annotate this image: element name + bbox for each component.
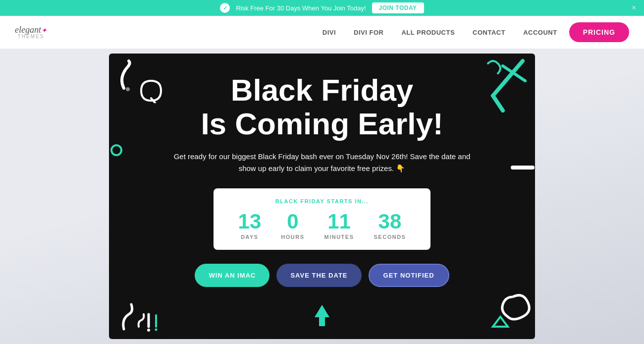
svg-line-2 [493, 96, 503, 111]
nav-links: DIVI DIVI FOR ALL PRODUCTS CONTACT ACCOU… [322, 29, 557, 36]
hours-label: HOURS [281, 234, 304, 240]
countdown-numbers: 13 DAYS 0 HOURS 11 MINUTES 38 SECONDS [238, 211, 406, 240]
join-today-button[interactable]: JOIN TODAY [372, 2, 424, 13]
countdown-hours: 0 HOURS [281, 211, 304, 240]
scroll-arrow [312, 302, 332, 329]
minutes-value: 11 [327, 211, 351, 232]
countdown-days: 13 DAYS [238, 211, 262, 240]
days-label: DAYS [241, 234, 259, 240]
nav-contact[interactable]: CONTACT [473, 29, 505, 36]
svg-marker-8 [493, 317, 508, 327]
countdown-minutes: 11 MINUTES [324, 211, 354, 240]
nav-divi-for[interactable]: DIVI FOR [354, 29, 383, 36]
shield-icon: ✓ [220, 3, 230, 13]
navbar: elegant✦ themes DIVI DIVI FOR ALL PRODUC… [0, 16, 644, 49]
svg-point-0 [126, 87, 130, 91]
svg-line-3 [503, 66, 525, 81]
banner-text: Risk Free For 30 Days When You Join Toda… [236, 4, 366, 12]
win-imac-button[interactable]: WIN AN IMAC [195, 264, 269, 287]
countdown-seconds: 38 SECONDS [374, 211, 406, 240]
logo-elegant: elegant✦ [15, 25, 47, 34]
seconds-label: SECONDS [374, 234, 406, 240]
cta-buttons: WIN AN IMAC SAVE THE DATE GET NOTIFIED [195, 264, 449, 287]
deco-cyan-topright [453, 56, 533, 115]
svg-point-10 [111, 145, 121, 155]
hours-value: 0 [287, 211, 298, 232]
countdown-box: BLACK FRIDAY STARTS IN... 13 DAYS 0 HOUR… [214, 188, 431, 250]
deco-leftmid [109, 143, 124, 172]
main-area: Black Friday Is Coming Early! Get ready … [0, 49, 644, 344]
pricing-button[interactable]: PRICING [569, 22, 629, 42]
get-notified-button[interactable]: GET NOTIFIED [369, 264, 449, 287]
logo-star: ✦ [41, 27, 47, 34]
days-value: 13 [238, 211, 262, 232]
deco-q-topleft [139, 78, 163, 103]
hero-title: Black Friday Is Coming Early! [201, 73, 443, 141]
deco-brush-topleft [114, 58, 154, 98]
deco-bottomright [473, 287, 533, 337]
svg-point-7 [155, 329, 158, 331]
logo-themes: themes [18, 34, 45, 39]
nav-all-products[interactable]: ALL PRODUCTS [401, 29, 455, 36]
nav-account[interactable]: ACCOUNT [523, 29, 557, 36]
deco-rightmid [510, 153, 535, 182]
seconds-value: 38 [378, 211, 402, 232]
deco-bottomleft [119, 294, 168, 334]
nav-divi[interactable]: DIVI [322, 29, 336, 36]
minutes-label: MINUTES [324, 234, 354, 240]
logo[interactable]: elegant✦ themes [15, 25, 47, 39]
svg-line-1 [493, 61, 523, 96]
top-banner: ✓ Risk Free For 30 Days When You Join To… [0, 0, 644, 16]
svg-point-5 [147, 329, 150, 332]
hero-section: Black Friday Is Coming Early! Get ready … [109, 54, 535, 339]
svg-marker-11 [315, 305, 329, 326]
countdown-label: BLACK FRIDAY STARTS IN... [275, 198, 369, 204]
save-date-button[interactable]: SAVE THE DATE [276, 264, 361, 287]
hero-subtitle: Get ready for our biggest Black Friday b… [168, 151, 476, 174]
close-icon[interactable]: × [632, 3, 636, 12]
